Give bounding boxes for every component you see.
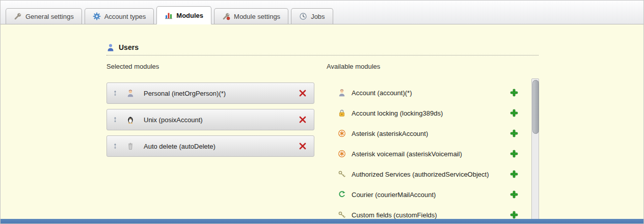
asterisk-icon — [338, 150, 346, 158]
person-icon — [338, 89, 346, 97]
add-module-button[interactable] — [510, 150, 518, 158]
asterisk-icon — [338, 129, 346, 137]
available-module-label: Asterisk voicemail (asteriskVoicemail) — [352, 150, 462, 158]
selected-module-row-personal[interactable]: Personal (inetOrgPerson)(*) — [106, 82, 314, 104]
selected-modules-heading: Selected modules — [106, 63, 314, 70]
users-section: Users — [106, 43, 539, 55]
courier-icon — [338, 190, 346, 199]
selected-module-label: Auto delete (autoDelete) — [144, 143, 216, 150]
lam-configuration-page: General settings Account types Modules M… — [0, 0, 644, 224]
tab-label: Module settings — [234, 13, 280, 20]
add-module-button[interactable] — [510, 190, 518, 199]
section-title: Users — [119, 43, 139, 51]
person-icon — [126, 89, 135, 97]
scrollbar-thumb[interactable] — [532, 80, 539, 134]
key-icon — [338, 170, 346, 178]
add-module-button[interactable] — [510, 170, 518, 178]
selected-module-row-unix[interactable]: Unix (posixAccount) — [106, 109, 314, 130]
selected-module-label: Personal (inetOrgPerson)(*) — [144, 90, 226, 97]
selected-modules-list: Personal (inetOrgPerson)(*) Unix (posixA… — [106, 82, 314, 157]
trash-icon — [126, 142, 135, 150]
available-modules-heading: Available modules — [327, 63, 518, 70]
user-icon — [106, 43, 115, 51]
tab-account-types[interactable]: Account types — [85, 8, 154, 24]
tab-general-settings[interactable]: General settings — [6, 8, 82, 24]
selected-modules-column: Selected modules Personal (inetOrgPerson… — [106, 63, 314, 162]
tab-label: Account types — [104, 13, 146, 20]
available-module-row-authorized-services: Authorized Services (authorizedServiceOb… — [327, 164, 518, 184]
available-module-label: Custom fields (customFields) — [352, 211, 437, 219]
wrench-icon — [14, 12, 22, 20]
add-module-button[interactable] — [510, 89, 518, 97]
available-module-row-courier: Courier (courierMailAccount) — [327, 184, 518, 205]
penguin-icon — [126, 116, 135, 124]
key-icon — [338, 211, 346, 219]
selected-module-row-autodelete[interactable]: Auto delete (autoDelete) — [106, 135, 314, 157]
available-module-row-account: Account (account)(*) — [327, 82, 518, 103]
tab-modules[interactable]: Modules — [156, 6, 211, 24]
available-module-row-asterisk: Asterisk (asteriskAccount) — [327, 123, 518, 144]
add-module-button[interactable] — [510, 109, 518, 117]
bottom-bar — [1, 219, 643, 223]
gear-icon — [93, 12, 101, 20]
tab-module-settings[interactable]: Module settings — [214, 8, 288, 24]
lock-icon — [338, 109, 346, 117]
scrollbar[interactable] — [531, 78, 539, 220]
add-module-button[interactable] — [510, 211, 518, 219]
remove-module-button[interactable] — [299, 142, 307, 150]
tab-label: Modules — [176, 12, 203, 19]
available-module-label: Asterisk (asteriskAccount) — [352, 130, 428, 137]
tab-label: General settings — [25, 13, 74, 20]
drag-handle-icon[interactable] — [112, 142, 118, 150]
available-modules-column: Available modules Account (account)(*) A… — [327, 63, 518, 224]
remove-module-button[interactable] — [299, 89, 307, 97]
available-module-label: Account locking (locking389ds) — [352, 109, 443, 117]
available-module-row-account-locking: Account locking (locking389ds) — [327, 103, 518, 123]
wrench-red-icon — [222, 12, 230, 20]
available-module-label: Authorized Services (authorizedServiceOb… — [352, 171, 489, 178]
remove-module-button[interactable] — [299, 116, 307, 124]
tab-label: Jobs — [311, 13, 325, 20]
available-module-label: Account (account)(*) — [352, 89, 412, 97]
available-modules-list: Account (account)(*) Account locking (lo… — [327, 82, 518, 224]
clock-icon — [299, 12, 307, 20]
tab-jobs[interactable]: Jobs — [291, 8, 333, 24]
available-module-row-asterisk-voicemail: Asterisk voicemail (asteriskVoicemail) — [327, 144, 518, 164]
selected-module-label: Unix (posixAccount) — [144, 116, 203, 124]
add-module-button[interactable] — [510, 129, 518, 137]
bar-chart-icon — [165, 11, 173, 19]
drag-handle-icon[interactable] — [112, 89, 118, 97]
tab-bar: General settings Account types Modules M… — [1, 1, 643, 24]
available-module-label: Courier (courierMailAccount) — [352, 191, 436, 199]
drag-handle-icon[interactable] — [112, 116, 118, 124]
users-section-header: Users — [106, 43, 539, 55]
